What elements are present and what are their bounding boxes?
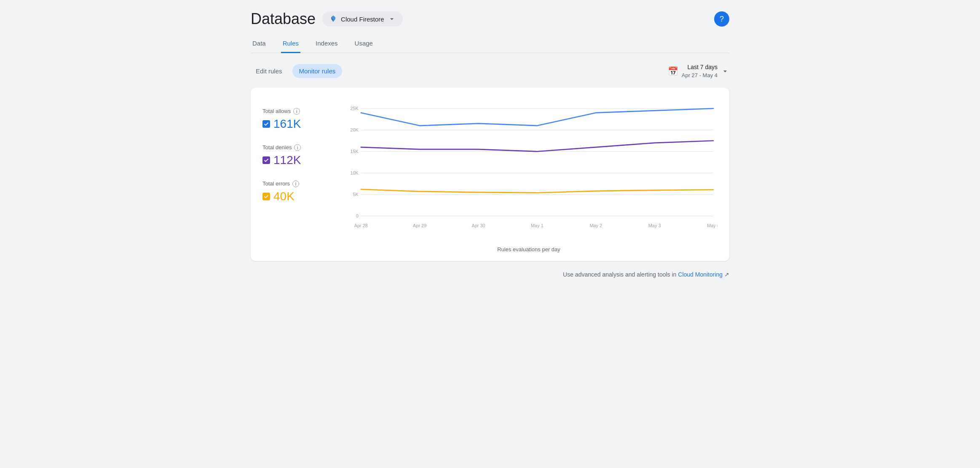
errors-value: 40K bbox=[273, 190, 295, 203]
chart-wrapper: 25K 20K 15K 10K 5K 0 Apr 28 Apr 29 Apr 3… bbox=[340, 100, 718, 253]
firestore-icon bbox=[329, 15, 337, 23]
legend-panel: Total allows i 161K Total denies i bbox=[262, 100, 330, 253]
denies-checkbox[interactable] bbox=[262, 156, 270, 164]
calendar-icon: 📅 bbox=[668, 66, 678, 76]
date-range-selector[interactable]: 📅 Last 7 days Apr 27 - May 4 bbox=[668, 63, 729, 79]
svg-text:Apr 28: Apr 28 bbox=[354, 223, 368, 228]
legend-allows: Total allows i 161K bbox=[262, 108, 330, 131]
help-button[interactable]: ? bbox=[714, 11, 729, 27]
svg-text:Apr 30: Apr 30 bbox=[471, 223, 485, 228]
date-range-dropdown-icon bbox=[721, 67, 729, 75]
errors-info-icon[interactable]: i bbox=[292, 180, 299, 187]
errors-checkbox[interactable] bbox=[262, 193, 270, 200]
footer-text: Use advanced analysis and alerting tools… bbox=[563, 271, 676, 278]
tab-usage[interactable]: Usage bbox=[353, 35, 375, 53]
allows-value: 161K bbox=[273, 117, 301, 131]
date-range-sub: Apr 27 - May 4 bbox=[682, 72, 718, 79]
page-title: Database bbox=[251, 10, 316, 28]
nav-tabs: Data Rules Indexes Usage bbox=[251, 35, 729, 53]
denies-label: Total denies i bbox=[262, 144, 330, 151]
external-link-icon: ↗ bbox=[724, 271, 729, 278]
allows-info-icon[interactable]: i bbox=[293, 108, 300, 115]
svg-text:Apr 29: Apr 29 bbox=[413, 223, 426, 228]
cloud-monitoring-link[interactable]: Cloud Monitoring bbox=[678, 271, 723, 278]
tab-data[interactable]: Data bbox=[251, 35, 268, 53]
legend-errors: Total errors i 40K bbox=[262, 180, 330, 203]
svg-text:May 1: May 1 bbox=[531, 223, 544, 228]
denies-info-icon[interactable]: i bbox=[294, 144, 301, 151]
monitor-rules-button[interactable]: Monitor rules bbox=[292, 64, 343, 78]
tab-rules[interactable]: Rules bbox=[281, 35, 300, 53]
chart-svg: 25K 20K 15K 10K 5K 0 Apr 28 Apr 29 Apr 3… bbox=[340, 100, 718, 243]
svg-text:May 3: May 3 bbox=[648, 223, 661, 228]
svg-text:25K: 25K bbox=[350, 106, 359, 111]
tab-indexes[interactable]: Indexes bbox=[314, 35, 340, 53]
chart-area: Total allows i 161K Total denies i bbox=[262, 100, 718, 253]
svg-text:5K: 5K bbox=[353, 192, 359, 197]
date-range-main: Last 7 days bbox=[682, 63, 718, 72]
toolbar-left: Edit rules Monitor rules bbox=[251, 64, 342, 78]
chart-card: Total allows i 161K Total denies i bbox=[251, 88, 729, 261]
footer-note: Use advanced analysis and alerting tools… bbox=[251, 268, 729, 281]
allows-checkbox[interactable] bbox=[262, 120, 270, 128]
denies-value-row: 112K bbox=[262, 153, 330, 167]
edit-rules-button[interactable]: Edit rules bbox=[251, 64, 287, 78]
toolbar: Edit rules Monitor rules 📅 Last 7 days A… bbox=[251, 63, 729, 79]
legend-denies: Total denies i 112K bbox=[262, 144, 330, 167]
chart-x-label: Rules evaluations per day bbox=[340, 246, 718, 253]
date-range-text: Last 7 days Apr 27 - May 4 bbox=[682, 63, 718, 79]
svg-text:0: 0 bbox=[356, 213, 359, 218]
service-name: Cloud Firestore bbox=[341, 16, 384, 23]
svg-text:May 2: May 2 bbox=[589, 223, 602, 228]
allows-value-row: 161K bbox=[262, 117, 330, 131]
dropdown-arrow-icon bbox=[388, 15, 396, 23]
errors-value-row: 40K bbox=[262, 190, 330, 203]
denies-value: 112K bbox=[273, 153, 301, 167]
svg-text:15K: 15K bbox=[350, 149, 359, 154]
svg-text:10K: 10K bbox=[350, 170, 359, 175]
allows-label: Total allows i bbox=[262, 108, 330, 115]
service-selector[interactable]: Cloud Firestore bbox=[322, 11, 403, 27]
svg-text:May 4: May 4 bbox=[707, 223, 718, 228]
svg-text:20K: 20K bbox=[350, 127, 359, 132]
errors-label: Total errors i bbox=[262, 180, 330, 187]
